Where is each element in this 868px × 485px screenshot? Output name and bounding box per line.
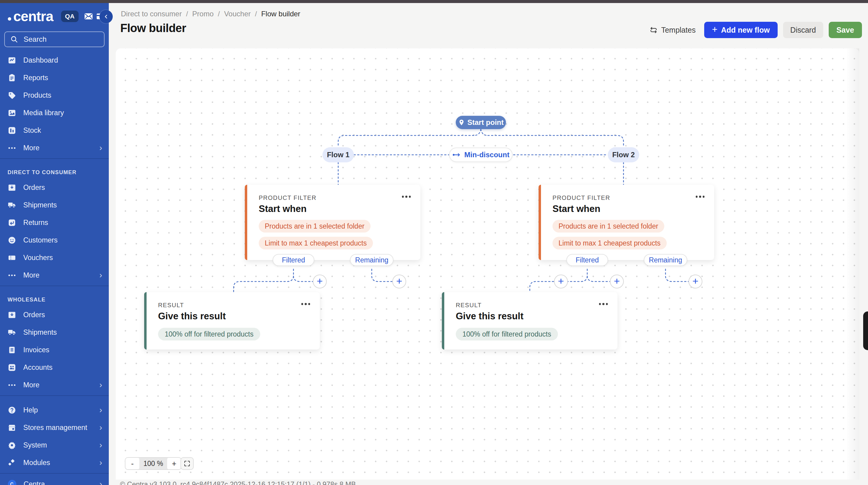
help-icon [8,406,16,414]
sidebar-item-ws-invoices[interactable]: Invoices [0,341,109,359]
sidebar-item-label: Stock [23,126,41,134]
start-point-node[interactable]: Start point [456,116,506,129]
card-menu-icon[interactable] [301,303,310,305]
logo-text: centra [13,9,53,23]
sidebar-item-help[interactable]: Help › [0,401,109,419]
result-card[interactable]: RESULT Give this result 100% off for fil… [442,292,617,350]
logo-dot-icon [8,17,11,21]
flow-1-label[interactable]: Flow 1 [322,147,354,162]
result-effect-pill[interactable]: 100% off for filtered products [158,328,260,340]
add-node-button[interactable]: + [313,275,327,289]
sidebar-item-label: More [23,144,39,152]
search-placeholder: Search [24,35,46,43]
sidebar-item-stock[interactable]: Stock [0,122,109,139]
templates-label: Templates [661,26,696,34]
sidebar-item-ws-orders[interactable]: Orders [0,306,109,324]
add-new-flow-button[interactable]: + Add new flow [704,22,778,38]
sidebar-item-label: Media library [23,109,64,117]
flow-2-label[interactable]: Flow 2 [608,147,639,162]
sidebar-item-dtc-vouchers[interactable]: Vouchers [0,249,109,266]
breadcrumb-item[interactable]: Promo [192,10,214,18]
sidebar-item-centra[interactable]: Centra › [0,475,109,485]
sidebar-item-dashboard[interactable]: Dashboard [0,52,109,69]
card-kind-label: RESULT [456,302,482,309]
result-card[interactable]: RESULT Give this result 100% off for fil… [144,292,320,350]
card-menu-icon[interactable] [599,303,608,305]
discard-button[interactable]: Discard [783,22,823,38]
sidebar-item-dtc-returns[interactable]: Returns [0,214,109,231]
sidebar-item-label: Help [23,406,38,414]
product-filter-card[interactable]: PRODUCT FILTER Start when Products are i… [538,185,714,260]
filter-condition[interactable]: Limit to max 1 cheapest products [259,237,373,249]
sidebar-item-label: More [23,381,39,389]
result-effect-pill[interactable]: 100% off for filtered products [456,328,558,340]
card-kind-label: PRODUCT FILTER [553,194,610,201]
sidebar-item-ws-shipments[interactable]: Shipments [0,324,109,341]
ellipsis-icon [8,144,16,152]
page-title: Flow builder [120,22,186,35]
save-button[interactable]: Save [829,22,862,38]
sidebar-item-system[interactable]: System › [0,436,109,454]
sidebar-item-label: System [23,441,47,449]
min-discount-connector[interactable]: Min-discount [449,148,513,162]
sidebar-item-label: Shipments [23,328,57,337]
remaining-output-pill[interactable]: Remaining [350,254,394,266]
chevron-left-icon [103,13,110,20]
sidebar-item-more-main[interactable]: More › [0,139,109,157]
chevron-right-icon: › [99,441,102,449]
filter-condition[interactable]: Products are in 1 selected folder [259,220,371,233]
filter-condition[interactable]: Limit to max 1 cheapest products [553,237,667,249]
sidebar-item-reports[interactable]: Reports [0,69,109,87]
remaining-output-pill[interactable]: Remaining [644,254,687,266]
sidebar-item-products[interactable]: Products [0,87,109,104]
discard-label: Discard [790,26,816,34]
sidebar-item-more-dtc[interactable]: More › [0,266,109,284]
zoom-out-button[interactable]: - [125,457,139,470]
chevron-right-icon: › [99,458,102,467]
mail-icon[interactable] [84,12,93,21]
centra-c-icon [8,480,16,485]
centra-logo[interactable]: centra [8,9,53,23]
sidebar-collapse-button[interactable] [99,10,113,23]
chevron-right-icon: › [99,423,102,432]
sidebar-item-more-ws[interactable]: More › [0,376,109,394]
breadcrumb-item[interactable]: Direct to consumer [121,10,182,18]
flow-canvas[interactable]: Start point Flow 1 Flow 2 Min-discount P… [116,49,859,480]
add-node-button[interactable]: + [688,275,702,289]
sidebar-item-dtc-customers[interactable]: Customers [0,231,109,249]
sidebar-divider [0,158,109,159]
breadcrumb-separator: / [255,10,257,18]
return-arrow-icon [8,219,16,227]
fullscreen-button[interactable] [180,457,194,470]
section-header-wholesale: WHOLESALE [0,288,109,306]
sidebar-item-dtc-shipments[interactable]: Shipments [0,196,109,214]
sidebar-item-label: Orders [23,184,45,192]
sidebar: centra QA Search Dashboard Reports Produ… [0,3,109,485]
sidebar-divider [0,473,109,474]
add-node-button[interactable]: + [392,275,406,289]
qa-environment-badge[interactable]: QA [61,10,79,22]
zoom-in-button[interactable]: + [167,457,181,470]
filter-condition[interactable]: Products are in 1 selected folder [553,220,664,233]
sidebar-item-stores-management[interactable]: Stores management › [0,419,109,436]
sidebar-divider [0,395,109,396]
sidebar-item-dtc-orders[interactable]: Orders [0,179,109,196]
breadcrumb-item[interactable]: Voucher [224,10,251,18]
sidebar-item-ws-accounts[interactable]: Accounts [0,359,109,376]
breadcrumb-separator: / [218,10,220,18]
sidebar-item-media-library[interactable]: Media library [0,104,109,122]
ticket-icon [8,254,16,262]
search-input[interactable]: Search [4,31,104,47]
add-new-flow-label: Add new flow [721,26,770,34]
product-filter-card[interactable]: PRODUCT FILTER Start when Products are i… [245,185,421,260]
filtered-output-pill[interactable]: Filtered [566,254,608,266]
card-menu-icon[interactable] [696,195,705,198]
add-node-button[interactable]: + [554,275,568,289]
add-node-button[interactable]: + [610,275,624,289]
filtered-output-pill[interactable]: Filtered [273,254,314,266]
templates-button[interactable]: Templates [647,22,699,38]
card-menu-icon[interactable] [402,195,411,198]
sidebar-item-modules[interactable]: Modules › [0,454,109,472]
card-kind-label: RESULT [158,302,184,309]
side-panel-handle[interactable] [863,311,868,350]
